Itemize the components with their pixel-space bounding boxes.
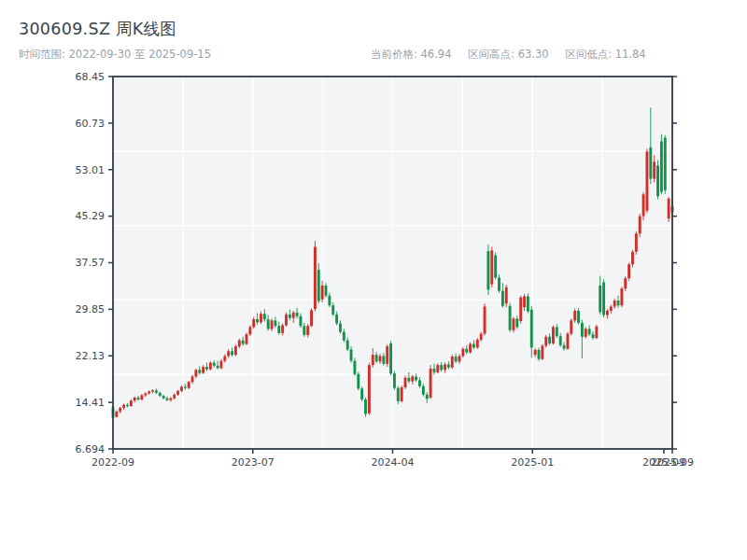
- candle-body: [588, 329, 591, 334]
- candle-body: [219, 361, 222, 369]
- candle-body: [515, 318, 518, 327]
- candle-body: [415, 376, 417, 380]
- y-axis-label: 53.01: [76, 164, 106, 176]
- candle-body: [209, 363, 212, 370]
- candle-body: [664, 138, 667, 190]
- candle-body: [653, 161, 655, 178]
- candle-body: [148, 392, 150, 394]
- candle-body: [242, 341, 245, 344]
- candle-body: [476, 340, 479, 347]
- candle-body: [126, 405, 129, 406]
- candle-body: [368, 365, 371, 413]
- x-axis-label: 2025-09: [651, 456, 694, 469]
- candle-body: [530, 310, 533, 348]
- candle-body: [122, 405, 125, 408]
- candle-body: [191, 376, 194, 382]
- candle-body: [248, 327, 251, 334]
- candle-body: [519, 298, 522, 321]
- candle-body: [592, 334, 595, 338]
- candle-body: [223, 356, 226, 360]
- candle-body: [631, 252, 634, 265]
- candle-body: [404, 378, 407, 387]
- candle-body: [624, 278, 627, 288]
- candle-body: [285, 315, 288, 326]
- candle-body: [490, 250, 493, 284]
- candle-body: [202, 367, 204, 372]
- kline-chart-page: 300609.SZ 周K线图 时间范围: 2022-09-30 至 2025-0…: [0, 0, 747, 560]
- candle-body: [252, 319, 255, 327]
- candle-body: [577, 311, 580, 323]
- candle-body: [372, 355, 374, 365]
- y-axis-label: 60.73: [76, 118, 106, 130]
- candle-body: [213, 363, 216, 366]
- candle-body: [595, 327, 598, 338]
- candle-body: [444, 365, 446, 371]
- candle-body: [418, 380, 421, 385]
- candle-body: [314, 247, 317, 310]
- candle-body: [627, 264, 630, 278]
- candle-body: [144, 394, 147, 396]
- candle-body: [527, 297, 529, 312]
- candle-body: [310, 310, 313, 326]
- candle-body: [360, 388, 363, 399]
- candle-body: [556, 327, 558, 336]
- candle-body: [389, 343, 392, 373]
- candle-body: [166, 399, 169, 400]
- candle-body: [115, 412, 118, 417]
- y-axis-label: 45.29: [76, 210, 106, 222]
- candle-body: [397, 388, 400, 401]
- candle-body: [331, 305, 334, 315]
- candle-body: [137, 398, 140, 399]
- candle-body: [642, 194, 645, 216]
- candle-body: [217, 366, 219, 369]
- candle-body: [645, 151, 648, 210]
- candle-body: [130, 400, 133, 406]
- candle-body: [465, 349, 468, 353]
- candle-body: [559, 336, 562, 345]
- candle-body: [343, 332, 345, 341]
- candle-body: [198, 370, 201, 372]
- candle-body: [281, 326, 284, 333]
- candle-body: [461, 349, 464, 357]
- candle-body: [494, 256, 497, 278]
- candle-body: [169, 399, 172, 400]
- candle-body: [176, 391, 179, 395]
- candle-body: [375, 355, 378, 361]
- x-axis-label: 2025-01: [511, 456, 554, 469]
- candle-body: [159, 393, 162, 396]
- candle-body: [538, 350, 541, 359]
- candle-body: [335, 315, 338, 324]
- candle-body: [599, 286, 601, 312]
- candle-body: [263, 314, 266, 319]
- candle-body: [379, 356, 382, 361]
- x-axis-label: 2022-09: [92, 456, 134, 469]
- candle-body: [660, 141, 663, 191]
- candle-body: [566, 334, 569, 349]
- candle-body: [274, 320, 276, 326]
- candle-body: [469, 344, 472, 353]
- candle-body: [267, 319, 270, 329]
- y-axis-label: 68.45: [76, 71, 106, 83]
- candle-body: [613, 301, 616, 306]
- candle-body: [246, 334, 248, 343]
- y-axis-label: 37.57: [76, 257, 106, 269]
- candle-body: [364, 399, 367, 414]
- candle-body: [534, 350, 537, 355]
- y-axis-label: 29.85: [76, 303, 106, 315]
- candle-body: [426, 395, 429, 399]
- candle-body: [513, 318, 515, 329]
- candle-body: [411, 376, 414, 381]
- candle-body: [194, 370, 197, 376]
- candle-body: [498, 277, 500, 290]
- candle-body: [382, 356, 385, 363]
- candle-body: [635, 233, 638, 251]
- candle-body: [610, 306, 613, 311]
- candle-body: [401, 387, 403, 401]
- candle-body: [277, 326, 280, 333]
- candle-body: [296, 313, 299, 316]
- candle-body: [447, 365, 450, 368]
- candle-body: [184, 386, 187, 387]
- candle-body: [505, 287, 508, 303]
- candle-body: [573, 311, 576, 320]
- candle-body: [317, 270, 320, 301]
